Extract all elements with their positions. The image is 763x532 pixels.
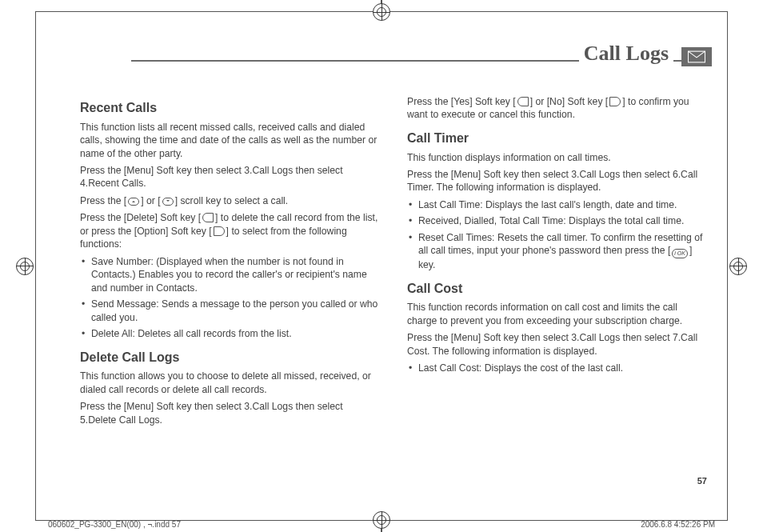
body-text: Press the [Menu] Soft key then select 3.… (80, 400, 380, 426)
right-softkey-icon (214, 226, 225, 236)
registration-mark-icon (729, 258, 747, 275)
left-softkey-icon (517, 97, 529, 106)
body-text: This function records information on cal… (407, 301, 707, 327)
heading-delete-call-logs: Delete Call Logs (80, 349, 380, 366)
text-fragment: ] or [ (141, 195, 160, 206)
footer-timestamp: 2006.6.8 4:52:26 PM (641, 520, 715, 529)
body-text: Press the [Menu] Soft key then select 3.… (407, 331, 707, 358)
body-text: Press the [Delete] Soft key [] to delete… (80, 211, 380, 250)
text-fragment: ] or [No] Soft key [ (530, 96, 609, 107)
printable-area: Call Logs Recent Calls This function lis… (51, 24, 712, 508)
imposition-footer: 060602_PG-3300_EN(00) , ¬.indd 57 2006.6… (48, 520, 715, 529)
body-text: Press the [Yes] Soft key [] or [No] Soft… (407, 95, 707, 122)
mail-icon (681, 47, 712, 66)
body-text: This function allows you to choose to de… (80, 370, 380, 396)
bullet-list: Last Call Time: Displays the last call's… (407, 198, 707, 272)
body-text: This function displays information on ca… (407, 151, 707, 164)
list-item: Send Message: Sends a message to the per… (80, 298, 380, 324)
scroll-down-icon (162, 198, 174, 206)
heading-call-timer: Call Timer (407, 130, 707, 147)
page-number: 57 (697, 476, 707, 486)
body-text: Press the [Menu] Soft key then select 3.… (407, 168, 707, 194)
list-item: Received, Dialled, Total Call Time: Disp… (407, 214, 707, 227)
body-text: This function lists all recent missed ca… (80, 121, 380, 160)
right-softkey-icon (609, 97, 621, 106)
column-right: Press the [Yes] Soft key [] or [No] Soft… (407, 91, 707, 430)
content-columns: Recent Calls This function lists all rec… (51, 91, 712, 430)
column-left: Recent Calls This function lists all rec… (80, 91, 380, 430)
text-fragment: ] scroll key to select a call. (175, 195, 289, 206)
list-item: Last Call Time: Displays the last call's… (407, 198, 707, 211)
page-header: Call Logs (51, 42, 712, 74)
left-softkey-icon (202, 213, 214, 222)
manual-page: Call Logs Recent Calls This function lis… (0, 0, 763, 532)
page-title: Call Logs (579, 42, 673, 66)
text-fragment: Reset Call Times: Resets the call timer.… (418, 232, 702, 256)
text-fragment: Press the [ (80, 195, 126, 206)
list-item: Reset Call Times: Resets the call timer.… (407, 231, 707, 272)
text-fragment: Press the [Delete] Soft key [ (80, 212, 201, 223)
bullet-list: Last Call Cost: Displays the cost of the… (407, 362, 707, 374)
registration-mark-icon (16, 258, 34, 275)
bullet-list: Save Number: (Displayed when the number … (80, 255, 380, 341)
ok-key-icon: i OK (672, 249, 688, 258)
heading-call-cost: Call Cost (407, 280, 707, 298)
body-text: Press the [] or [] scroll key to select … (80, 194, 380, 207)
footer-file: 060602_PG-3300_EN(00) , ¬.indd 57 (48, 520, 181, 529)
list-item: Delete All: Deletes all call records fro… (80, 327, 380, 340)
heading-recent-calls: Recent Calls (80, 99, 380, 117)
list-item: Save Number: (Displayed when the number … (80, 255, 380, 294)
body-text: Press the [Menu] Soft key then select 3.… (80, 164, 380, 190)
registration-mark-icon (373, 3, 390, 21)
scroll-up-icon (128, 198, 139, 206)
list-item: Last Call Cost: Displays the cost of the… (407, 362, 707, 374)
text-fragment: Press the [Yes] Soft key [ (407, 96, 516, 107)
